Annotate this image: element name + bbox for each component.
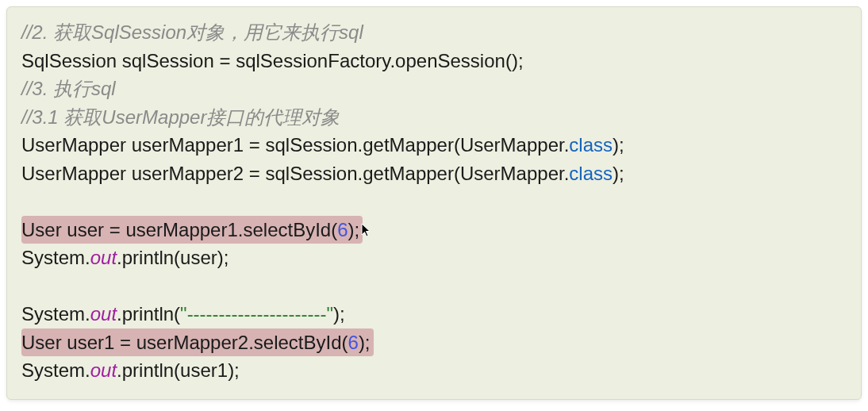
code-text: .println(user1);: [117, 359, 240, 381]
keyword-class: class: [569, 134, 613, 156]
code-text: System.: [21, 303, 90, 325]
comment-text: //3.1 获取UserMapper接口的代理对象: [21, 106, 340, 128]
blank-line: [21, 272, 847, 301]
code-line: System.out.println(user1);: [21, 356, 847, 385]
code-text: System.: [21, 359, 90, 381]
code-line: UserMapper userMapper2 = sqlSession.getM…: [21, 159, 847, 188]
code-text: .println(user);: [117, 247, 229, 268]
field-out: out: [90, 247, 117, 268]
comment-text: //3. 执行sql: [21, 78, 116, 99]
code-text: );: [359, 332, 371, 353]
code-line: UserMapper userMapper1 = sqlSession.getM…: [21, 131, 847, 159]
code-line: System.out.println(user);: [21, 244, 847, 272]
code-text: UserMapper userMapper1 = sqlSession.getM…: [21, 134, 569, 156]
code-line-comment: //3.1 获取UserMapper接口的代理对象: [21, 103, 847, 132]
code-line: System.out.println("--------------------…: [21, 300, 847, 328]
number-literal: 6: [348, 332, 359, 353]
number-literal: 6: [337, 219, 348, 240]
code-line: SqlSession sqlSession = sqlSessionFactor…: [21, 47, 847, 75]
comment-text: //2. 获取SqlSession对象，用它来执行sql: [21, 21, 363, 43]
code-text: System.: [21, 247, 90, 268]
code-text: ;: [355, 219, 360, 240]
code-text: User user = userMapper1.selectById(: [21, 219, 337, 240]
highlight-span: User user1 = userMapper2.selectById(6);: [21, 328, 374, 357]
blank-line: [21, 187, 847, 216]
code-line-comment: //2. 获取SqlSession对象，用它来执行sql: [21, 18, 847, 47]
code-text: );: [333, 303, 345, 325]
keyword-class: class: [569, 163, 613, 184]
code-text: User user1 = userMapper2.selectById(: [21, 332, 348, 353]
code-line-highlighted: User user1 = userMapper2.selectById(6);: [21, 328, 847, 357]
field-out: out: [90, 303, 117, 325]
code-text: );: [613, 134, 624, 156]
code-line-comment: //3. 执行sql: [21, 75, 847, 103]
code-text: .println(: [117, 303, 180, 325]
code-snippet-block: //2. 获取SqlSession对象，用它来执行sql SqlSession …: [6, 6, 862, 400]
highlight-span: User user = userMapper1.selectById(6);: [21, 216, 363, 244]
string-literal: "----------------------": [180, 303, 333, 325]
code-text: ): [348, 219, 355, 240]
field-out: out: [90, 359, 117, 381]
code-text: UserMapper userMapper2 = sqlSession.getM…: [21, 163, 569, 184]
code-text: );: [613, 163, 624, 184]
code-line-highlighted: User user = userMapper1.selectById(6);: [21, 216, 847, 244]
code-text: SqlSession sqlSession = sqlSessionFactor…: [21, 50, 524, 71]
mouse-cursor-icon: [361, 218, 372, 247]
